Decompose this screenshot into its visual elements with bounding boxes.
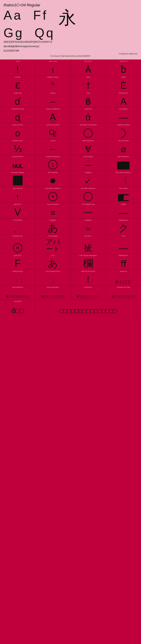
cell-latin-ext-a: Latin Ext A Ā [70,60,106,76]
cell-block-elements: Block Elements [106,155,141,171]
cell-phonetic-ext-sup: Phonetic Ext Sup ɖ [0,107,35,123]
cell-geometric-shapes: Geometric Shapes [0,171,35,186]
black-square-icon [13,176,22,185]
preview-area: Aa Ff 永 Gg Qq [3,9,138,39]
cell-cjk-compat-ideographs: CJK Compat Ideographs 欄 [70,254,106,270]
cell-arrows: Arrows ← [35,139,70,155]
alphabet-upper: ABCDEFGHIJKLMNOPQRSTUVWXYZ [3,40,138,44]
cell-dingbats: Dingbats ✓ [70,171,106,186]
cell-math-alphanum: Math Alphanum ð□□□□□□□□□□ [0,286,35,300]
cell-math-operators: Math Operators ∀ [70,139,106,155]
cell-greek-ext: Greek Ext ά [70,107,106,123]
preview-letters: Aa Ff [3,9,48,26]
cell-latin1sup: Latin-1 Sup ı [35,60,70,76]
font-source: Font Source: http://www.fontke.com/font/… [3,55,138,57]
copyright: © Design by fontke.com [3,53,138,55]
circle-sm-dot-icon [84,192,93,201]
cell-punctuation: Punctuation — [106,107,141,123]
preview-cjk: 永 [58,9,76,26]
circled-one-icon: 1 [48,160,58,170]
block-element-rect [117,162,130,170]
cell-cjk-compat-forms: CJK Compat Forms ﹕ [35,270,70,286]
cell-diacriticals: Diacriticals For Symbols [70,123,106,139]
cell-latin-ext-c: Latin Ext C V [0,202,35,218]
font-header: Ihatov1C+04 Regular Aa Ff 永 Gg Qq ABCDEF… [0,0,141,60]
cell-transport-map: Transport And Map ð□□□□□□□□□□ [106,286,141,300]
cell-misc-arrows: Misc Arrows [106,186,141,202]
cell-emoticons: Emoticons ð□□□□□□□□□□ [70,286,106,300]
cell-hiragana: Hiragana あ [35,218,70,234]
cell-control-pictures: Control Pictures NUL [0,155,35,171]
cell-alphabetic-pf: Alphabetic PF ﬀ [106,254,141,270]
cell-hebrew: Hebrew – [35,91,70,107]
digits: 0123456789 [3,49,138,52]
inner-sm-dot [87,196,88,196]
cell-half-full-forms: Half And Full Forms ！ [70,270,106,286]
cell-sup-punctuation: Sup Punctuation ≡ [35,202,70,218]
cell-misc-symbols: Misc Symbols ✸ [35,171,70,186]
cell-latin-ext-d: Latin Ext D F [0,254,35,270]
cell-misc-technical: Misc Technical ⌀ [106,139,141,155]
preview-letters-2: Gg Qq [3,26,76,39]
cell-currency: Currency Symbols ₠ [35,123,70,139]
cell-kange: Kange — [106,202,141,218]
cell-cjk-ext-a: CJK Ext A 㧗 [70,234,106,254]
cell-last-empty: □□□□□□□□□□□□□□□ [35,300,141,316]
cell-yga: YGA あ [35,254,70,270]
cell-katakana-ext: Katakana Ext ク [106,218,141,234]
cell-ascii: ASCII ! [0,60,35,76]
enclosed-h-icon: H [13,243,22,252]
cell-cyrillic-sup: Cyrillic Sup ɗ [0,91,35,107]
alphabet-lower: abcdefghijklmnopqrstuvwxyz [3,44,138,48]
glyph-grid: ASCII ! Latin-1 Sup ı Latin Ext A Ā Lati… [0,60,141,316]
cell-katakana: Katakana ＝ [70,218,106,234]
circle-dot-icon [48,192,57,201]
cell-enclosed-cjk: Enclosed CJK H [0,234,35,254]
cell-vertical-forms: Vertical Forms ︓︓ [0,270,35,286]
cell-misc-math-a: Misc Math Symbols A 〈 [106,171,141,186]
cell-cjk: CJK — [106,234,141,254]
cell-cjk-radicals: CJK Radicals Sup ⼀ [70,202,106,218]
cell-box-drawing: Box Drawing ─ [70,155,106,171]
font-title: Ihatov1C+04 Regular [3,3,138,8]
cell-greek: Greek † [70,76,106,91]
nul-label: NUL [12,163,23,170]
cell-sup-arrows-b: Sup Arrows B ↑ [0,186,35,202]
cell-kana-sup: Kana Sup ð□□□□□ [106,270,141,286]
half-circle-icon [121,128,126,138]
cell-ipa-ext: IPA Ext ɛ [0,76,35,91]
cell-modifier-letters: Modifier Letters ʰ [35,76,70,91]
cell-enclosed-alphanum: Enclosed Alphanum 1 [35,155,70,171]
rect-inner-icon [118,194,129,201]
cell-thai: Thai ฿ [70,91,106,107]
cell-misc-pictographs: Misc Pictographs ð□□□□□□□□□□ [35,286,70,300]
cell-number-forms: Number Forms ⅓ [0,139,35,155]
cell-latin-ext-additional: Latin Ext Additional Ạ [35,107,70,123]
cell-letterlike: Letterlike Symbols [106,123,141,139]
cell-latin-ext-b: Latin Ext B ƀ [106,60,141,76]
circle-outline-icon [84,128,93,138]
cell-sup-math-operators: Sup Math Operators [70,186,106,202]
rect-inner-white [124,195,129,200]
cell-cjk-symbols: CJK Symbols 、 [0,218,35,234]
cell-cjk-ext-b: CJK Ext B ð□□ [0,300,35,316]
cell-cjk-compat: CJK Compat アパート [35,234,70,254]
inner-dot-icon [52,196,54,197]
cell-phonetic-ext: Phonetic Ext A [106,91,141,107]
cell-misc-math-b: Misc Math Symbols B [35,186,70,202]
cell-cyrillic: Cyrillic È [106,76,141,91]
cell-super-sub: Super And Sub o [0,123,35,139]
